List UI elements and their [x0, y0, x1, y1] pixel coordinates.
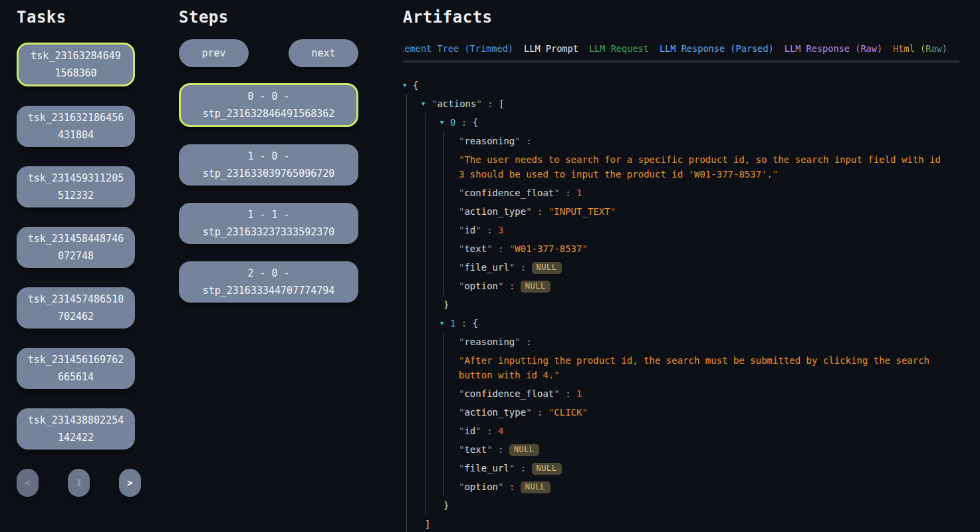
- step-button[interactable]: 0 - 0 - stp_231632846491568362: [179, 83, 358, 127]
- tab-html-raw[interactable]: Html (Raw): [893, 43, 947, 63]
- json-token: ]: [425, 519, 430, 529]
- json-token: ": [459, 463, 464, 473]
- json-row: }: [440, 295, 959, 314]
- tasks-panel: Tasks tsk_231632846491568360tsk_23163218…: [17, 0, 143, 497]
- json-token: ": [487, 243, 492, 254]
- step-button[interactable]: 1 - 1 - stp_231633237333592370: [179, 203, 358, 244]
- json-token: "file_url": [459, 262, 515, 273]
- json-token: "reasoning": [459, 136, 521, 146]
- step-button[interactable]: 1 - 0 - stp_231633039765096720: [179, 144, 358, 186]
- json-token: ": [459, 444, 464, 455]
- json-row: "file_url" : NULL: [459, 258, 959, 277]
- json-token: ": [459, 481, 464, 492]
- json-token: "text": [459, 243, 493, 254]
- json-node: "file_url" : NULL: [459, 459, 959, 477]
- json-token: ": [554, 370, 559, 380]
- json-token: :: [521, 336, 532, 347]
- artifacts-panel: Artifacts Element Tree (Trimmed)LLM Prom…: [403, 0, 959, 532]
- json-row: "reasoning" :: [459, 132, 959, 150]
- json-token: :: [481, 225, 498, 235]
- json-token: "reasoning": [459, 336, 521, 347]
- json-token: :: [493, 243, 509, 254]
- json-token: ": [487, 444, 492, 455]
- json-row: ▼"actions" : [: [422, 94, 959, 113]
- json-token: ": [526, 206, 531, 217]
- tab-element-tree-trimmed[interactable]: Element Tree (Trimmed): [403, 43, 513, 63]
- json-tree-viewer: ▼{▼"actions" : [▼0 : {"reasoning" :"The …: [403, 76, 959, 532]
- tasks-title: Tasks: [17, 8, 143, 27]
- prev-step-button[interactable]: prev: [179, 39, 249, 67]
- json-token: {: [413, 80, 418, 90]
- json-token: ": [554, 188, 559, 198]
- step-button[interactable]: 2 - 0 - stp_231633344707774794: [179, 261, 358, 303]
- task-button[interactable]: tsk_231457486510702462: [17, 287, 135, 329]
- json-token: ": [773, 169, 778, 180]
- task-button[interactable]: tsk_231632186456431804: [17, 106, 135, 147]
- json-token: ": [526, 407, 531, 418]
- json-token: ": [582, 243, 587, 254]
- tab-llm-response-raw[interactable]: LLM Response (Raw): [785, 43, 882, 63]
- json-token: ": [459, 407, 464, 418]
- collapse-arrow-icon[interactable]: ▼: [422, 96, 431, 111]
- json-token: "confidence_float": [459, 188, 560, 198]
- json-token: "option": [459, 481, 503, 492]
- artifact-tabs: Element Tree (Trimmed)LLM PromptLLM Requ…: [403, 43, 959, 63]
- json-token: "option": [459, 281, 503, 291]
- task-button[interactable]: tsk_231459311205512332: [17, 166, 135, 207]
- pagination-page-button[interactable]: 1: [68, 469, 90, 497]
- json-row: ▼{: [403, 76, 959, 94]
- json-node: "id" : 3: [459, 221, 959, 239]
- null-badge: NULL: [532, 463, 562, 475]
- task-button[interactable]: tsk_231632846491568360: [17, 43, 135, 86]
- json-token: ": [515, 136, 520, 146]
- task-button[interactable]: tsk_231438802254142422: [17, 408, 135, 450]
- json-token: :: [532, 407, 549, 418]
- json-token: {: [473, 318, 478, 329]
- json-token: ": [475, 225, 481, 235]
- json-row: "reasoning" :: [459, 332, 959, 351]
- json-token: 4: [498, 426, 503, 436]
- json-token: "INPUT_TEXT": [549, 206, 616, 217]
- next-step-button[interactable]: next: [289, 39, 358, 67]
- tab-llm-response-parsed[interactable]: LLM Response (Parsed): [660, 43, 774, 63]
- collapse-arrow-icon[interactable]: ▼: [440, 115, 450, 130]
- tab-llm-prompt[interactable]: LLM Prompt: [524, 43, 578, 63]
- json-token: "CLICK": [549, 407, 588, 418]
- json-token: "The user needs to search for a specific…: [459, 154, 941, 180]
- json-token: :: [532, 206, 549, 217]
- collapse-arrow-icon[interactable]: ▼: [440, 316, 450, 331]
- json-token: [: [499, 98, 504, 109]
- artifacts-title: Artifacts: [403, 8, 959, 27]
- json-token: :: [493, 444, 509, 455]
- json-node: "action_type" : "CLICK": [459, 403, 959, 422]
- json-token: ": [459, 355, 464, 366]
- json-node: "reasoning" :"The user needs to search f…: [459, 132, 959, 184]
- json-token: ": [459, 262, 464, 273]
- json-row: "option" : NULL: [459, 277, 959, 295]
- json-token: ": [509, 243, 515, 254]
- json-node: "option" : NULL: [459, 477, 959, 496]
- json-row: }: [440, 496, 959, 515]
- json-token: ": [475, 426, 481, 436]
- task-button[interactable]: tsk_231456169762665614: [17, 348, 135, 389]
- json-token: ": [459, 281, 464, 291]
- json-token: }: [443, 299, 449, 310]
- collapse-arrow-icon[interactable]: ▼: [403, 78, 413, 92]
- json-row: "confidence_float" : 1: [459, 384, 959, 403]
- json-row: ▼1 : {: [440, 314, 959, 332]
- json-node: "reasoning" :"After inputting the produc…: [459, 332, 959, 384]
- pagination-next-button[interactable]: >: [119, 469, 141, 497]
- null-badge: NULL: [521, 281, 551, 293]
- json-token: ": [459, 388, 464, 399]
- steps-panel: Steps prev next 0 - 0 - stp_231632846491…: [179, 0, 365, 320]
- task-button[interactable]: tsk_231458448746072748: [17, 227, 135, 268]
- json-token: ": [476, 98, 481, 109]
- json-token: 1: [576, 188, 582, 198]
- json-row: "file_url" : NULL: [459, 459, 959, 477]
- json-token: :: [482, 98, 499, 109]
- json-token: "action_type": [459, 407, 532, 418]
- step-nav: prev next: [179, 39, 365, 67]
- tab-llm-request[interactable]: LLM Request: [589, 43, 649, 63]
- json-token: "id": [459, 225, 481, 235]
- pagination-prev-button[interactable]: <: [17, 469, 39, 497]
